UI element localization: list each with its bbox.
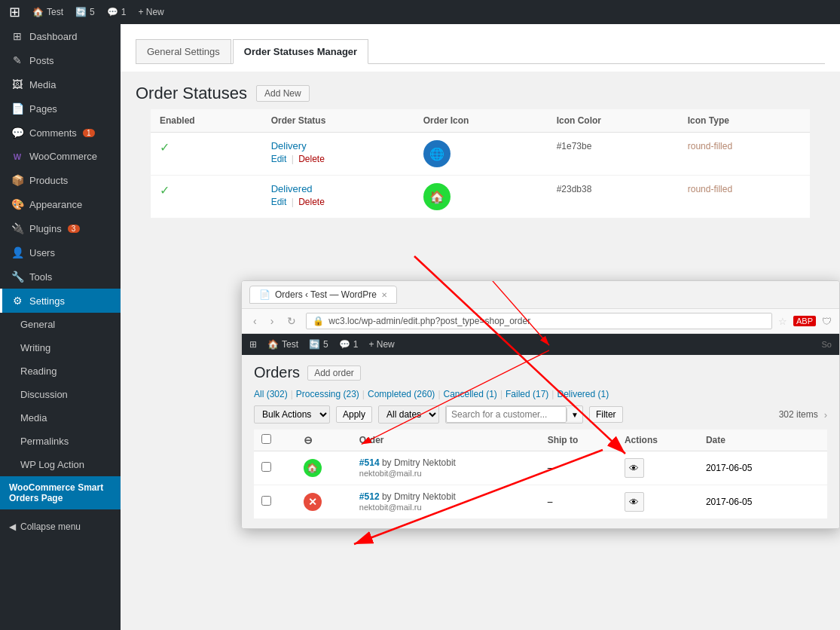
delete-link[interactable]: Delete xyxy=(298,197,325,207)
add-order-button[interactable]: Add order xyxy=(307,365,361,381)
site-name-link[interactable]: 🏠 Test xyxy=(32,7,63,17)
browser-tab-close[interactable]: ✕ xyxy=(381,291,387,299)
updates-link[interactable]: 🔄 5 xyxy=(75,7,95,17)
sidebar-item-plugins[interactable]: 🔌 Plugins 3 xyxy=(0,216,121,240)
row-ship-to-cell: – xyxy=(540,451,617,485)
inner-comments[interactable]: 💬 1 xyxy=(339,339,359,350)
pagination-icon[interactable]: › xyxy=(824,409,827,421)
sidebar-item-products[interactable]: 📦 Products xyxy=(0,168,121,192)
edit-link[interactable]: Edit xyxy=(271,197,287,207)
status-completed[interactable]: Completed (260) xyxy=(368,389,435,399)
orders-table: ⊖ Order Ship to Actions Date xyxy=(254,430,827,519)
status-cancelled[interactable]: Cancelled (1) xyxy=(444,389,497,399)
sidebar-item-label: WP Log Action xyxy=(20,459,84,470)
enabled-cell: ✓ xyxy=(151,133,262,176)
sidebar-item-appearance[interactable]: 🎨 Appearance xyxy=(0,192,121,216)
delete-link[interactable]: Delete xyxy=(298,154,325,164)
inner-new-content[interactable]: + New xyxy=(368,339,394,350)
wc-smart-orders-label[interactable]: WooCommerce Smart Orders Page xyxy=(0,476,121,509)
inner-search-hint: So xyxy=(822,340,832,349)
date-filter-select[interactable]: All dates xyxy=(378,405,439,424)
new-content-link[interactable]: + New xyxy=(138,7,163,17)
settings-tabs: General Settings Order Statuses Manager xyxy=(136,39,825,64)
bulk-actions-select[interactable]: Bulk Actions xyxy=(254,405,330,424)
back-button[interactable]: ‹ xyxy=(249,313,261,329)
row-order-cell: #512 by Dmitry Nektobit nektobit@mail.ru xyxy=(352,485,540,519)
sidebar-item-general[interactable]: General xyxy=(0,313,121,336)
sidebar-item-media[interactable]: 🖼 Media xyxy=(0,72,121,96)
col-ship-to-header: Ship to xyxy=(540,430,617,451)
sidebar-item-users[interactable]: 👤 Users xyxy=(0,240,121,265)
status-delivered[interactable]: Delivered (1) xyxy=(557,389,609,399)
sidebar-item-label: Users xyxy=(29,247,55,258)
inner-search-area: So xyxy=(822,340,832,349)
col-icon-color: Icon Color xyxy=(548,109,679,133)
sidebar-item-label: Media xyxy=(20,412,47,424)
address-bar[interactable]: 🔒 wc3.loc/wp-admin/edit.php?post_type=sh… xyxy=(306,313,772,329)
sidebar-item-label: General xyxy=(20,319,55,330)
sidebar-item-discussion[interactable]: Discussion xyxy=(0,383,121,406)
inner-updates[interactable]: 🔄 5 xyxy=(309,339,328,350)
sidebar-item-wplogaction[interactable]: WP Log Action xyxy=(0,453,121,476)
sidebar: ⊞ Dashboard ✎ Posts 🖼 Media 📄 Pages 💬 Co… xyxy=(0,24,121,630)
sidebar-item-posts[interactable]: ✎ Posts xyxy=(0,48,121,72)
sidebar-item-label: Permalinks xyxy=(20,436,69,447)
sidebar-item-reading[interactable]: Reading xyxy=(0,359,121,383)
wp-logo-link[interactable]: ⊞ xyxy=(9,4,20,20)
table-row: ✓ Delivery Edit | Delete xyxy=(151,133,810,176)
failed-status-icon: ✕ xyxy=(304,493,322,511)
table-row: 🏠 #514 by Dmitry Nektobit nektobit@mail.… xyxy=(254,451,827,485)
bookmark-icon[interactable]: ☆ xyxy=(778,316,787,327)
status-processing[interactable]: Processing (23) xyxy=(296,389,359,399)
icon-color-cell: #23db38 xyxy=(548,176,679,219)
col-actions-header: Actions xyxy=(617,430,698,451)
row-checkbox[interactable] xyxy=(261,496,271,506)
sidebar-item-comments[interactable]: 💬 Comments 1 xyxy=(0,121,121,145)
comments-link[interactable]: 💬 1 xyxy=(107,7,127,17)
delivered-status-link[interactable]: Delivered xyxy=(271,183,313,194)
updates-icon: 🔄 xyxy=(75,7,87,17)
tab-order-statuses-manager[interactable]: Order Statuses Manager xyxy=(233,39,368,64)
inner-wp-logo[interactable]: ⊞ xyxy=(249,339,257,350)
row-actions-cell: 👁 xyxy=(617,451,698,485)
order-514-link[interactable]: #514 xyxy=(359,457,380,468)
icon-type-cell: round-filled xyxy=(679,176,810,219)
row-checkbox[interactable] xyxy=(261,462,271,472)
status-all[interactable]: All (302) xyxy=(254,389,288,399)
view-order-button[interactable]: 👁 xyxy=(625,492,644,512)
page-tabs-wrap: General Settings Order Statuses Manager xyxy=(121,24,840,72)
view-order-button[interactable]: 👁 xyxy=(625,458,644,478)
sidebar-item-dashboard[interactable]: ⊞ Dashboard xyxy=(0,24,121,48)
forward-button[interactable]: › xyxy=(267,313,278,329)
customer-search-input[interactable] xyxy=(446,406,567,423)
add-new-button[interactable]: Add New xyxy=(256,85,310,102)
inner-home-icon: 🏠 xyxy=(267,339,279,350)
apply-button[interactable]: Apply xyxy=(336,406,372,423)
sidebar-item-tools[interactable]: 🔧 Tools xyxy=(0,265,121,289)
browser-tab[interactable]: 📄 Orders ‹ Test — WordPre ✕ xyxy=(249,286,397,304)
browser-chrome: 📄 Orders ‹ Test — WordPre ✕ xyxy=(242,281,839,309)
order-icon-cell: 🏠 xyxy=(414,176,548,219)
browser-overlay: 📄 Orders ‹ Test — WordPre ✕ ‹ › ↻ 🔒 wc3.… xyxy=(241,280,840,529)
refresh-button[interactable]: ↻ xyxy=(283,313,300,329)
customer-search-dropdown[interactable]: ▼ xyxy=(567,408,582,421)
sidebar-item-permalinks[interactable]: Permalinks xyxy=(0,430,121,453)
select-all-checkbox[interactable] xyxy=(261,434,271,444)
sidebar-item-woocommerce[interactable]: W WooCommerce xyxy=(0,145,121,168)
tab-general-settings[interactable]: General Settings xyxy=(136,39,231,63)
collapse-menu-button[interactable]: ◀ Collapse menu xyxy=(0,515,121,538)
order-by-label: by Dmitry Nektobit xyxy=(382,491,456,502)
sidebar-item-settings[interactable]: ⚙ Settings xyxy=(0,289,121,313)
sidebar-item-pages[interactable]: 📄 Pages xyxy=(0,96,121,121)
sidebar-item-label: Writing xyxy=(20,342,50,353)
delivery-status-link[interactable]: Delivery xyxy=(271,140,307,151)
status-failed[interactable]: Failed (17) xyxy=(506,389,548,399)
sidebar-item-media-sub[interactable]: Media xyxy=(0,406,121,430)
order-512-link[interactable]: #512 xyxy=(359,491,380,502)
icon-color-cell: #1e73be xyxy=(548,133,679,176)
inner-site-name[interactable]: 🏠 Test xyxy=(267,339,298,350)
edit-link[interactable]: Edit xyxy=(271,154,287,164)
wp-logo-icon: ⊞ xyxy=(9,4,20,20)
sidebar-item-writing[interactable]: Writing xyxy=(0,336,121,359)
filter-button[interactable]: Filter xyxy=(589,406,623,423)
